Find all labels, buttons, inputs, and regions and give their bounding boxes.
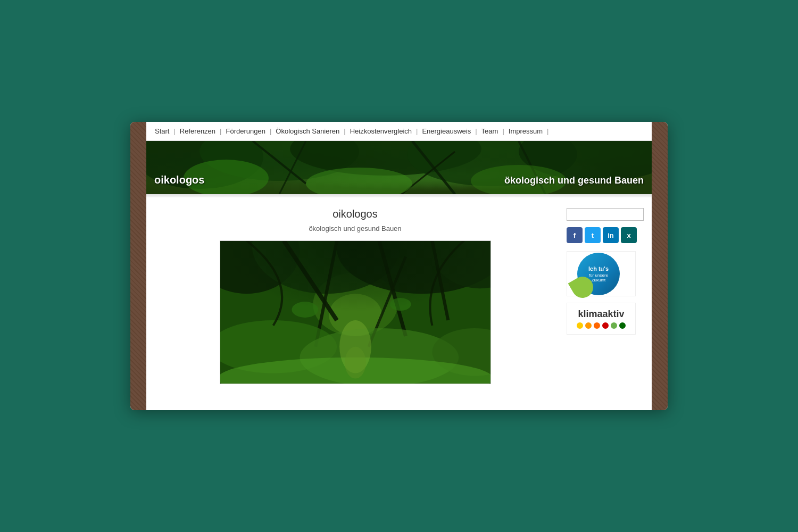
klimaaktiv-dot-5: [611, 322, 617, 329]
klimaaktiv-dots: [571, 322, 631, 329]
xing-button[interactable]: x: [621, 227, 637, 243]
side-left: [130, 122, 146, 410]
svg-point-17: [252, 241, 400, 294]
nav-item-referenzen[interactable]: Referenzen: [177, 126, 219, 136]
nav-item-team[interactable]: Team: [478, 126, 502, 136]
ichts-badge: Ich tu's für unsere Zukunft: [567, 251, 636, 296]
klimaaktiv-label: klima: [578, 309, 602, 319]
svg-point-19: [432, 241, 491, 288]
nav-item-start[interactable]: Start: [152, 126, 172, 136]
linkedin-button[interactable]: in: [603, 227, 619, 243]
klimaaktiv-badge: klimaaktiv: [567, 303, 636, 335]
main-layout: oikologos ökologisch und gesund Bauen: [146, 197, 652, 410]
hero-tagline: ökologisch und gesund Bauen: [504, 175, 644, 186]
klimaaktiv-bold: aktiv: [603, 309, 625, 319]
ichts-text-line3: Zukunft: [592, 278, 606, 282]
hero-brand: oikologos: [154, 174, 204, 186]
social-icons: f t in x: [567, 227, 644, 243]
search-input[interactable]: [567, 208, 644, 221]
navigation: Start | Referenzen | Förderungen | Ökolo…: [146, 122, 652, 141]
svg-line-20: [284, 241, 337, 320]
nav-sep-6: |: [501, 127, 505, 135]
facebook-button[interactable]: f: [567, 227, 583, 243]
nav-sep-0: |: [172, 127, 176, 135]
nav-item-foerderungen[interactable]: Förderungen: [222, 126, 268, 136]
svg-point-16: [220, 241, 300, 294]
browser-window: Start | Referenzen | Förderungen | Ökolo…: [130, 122, 668, 410]
nav-item-impressum[interactable]: Impressum: [505, 126, 546, 136]
ichts-text-line1: Ich tu's: [588, 265, 609, 272]
nav-sep-5: |: [474, 127, 478, 135]
svg-point-30: [345, 347, 366, 379]
svg-point-31: [292, 302, 318, 318]
content-area: Start | Referenzen | Förderungen | Ökolo…: [146, 122, 652, 410]
nav-item-oekologisch[interactable]: Ökologisch Sanieren: [272, 126, 343, 136]
klimaaktiv-dot-2: [585, 322, 592, 329]
main-forest-image: [220, 240, 491, 384]
svg-point-18: [337, 241, 491, 294]
side-right: [652, 122, 668, 410]
nav-sep-2: |: [269, 127, 272, 135]
hero-forest-svg: [146, 141, 652, 194]
svg-line-24: [432, 241, 448, 320]
main-content: oikologos ökologisch und gesund Bauen: [154, 208, 556, 400]
klimaaktiv-dot-4: [602, 322, 609, 329]
klimaaktiv-text: klimaaktiv: [571, 309, 631, 320]
nav-item-heizkosten[interactable]: Heizkostenvergleich: [347, 126, 415, 136]
svg-point-32: [389, 298, 411, 311]
nav-sep-3: |: [343, 127, 346, 135]
klimaaktiv-dot-6: [619, 322, 626, 329]
sidebar: f t in x Ich tu's für unsere Zukunft: [567, 208, 644, 400]
klimaaktiv-dot-3: [594, 322, 600, 329]
nav-sep-1: |: [219, 127, 222, 135]
ichts-text-line2: für unsere: [589, 273, 608, 278]
hero-banner: oikologos ökologisch und gesund Bauen: [146, 141, 652, 194]
nav-sep-7: |: [546, 127, 550, 135]
page-subtitle: ökologisch und gesund Bauen: [154, 225, 556, 232]
hero-forest-bg: oikologos ökologisch und gesund Bauen: [146, 141, 652, 194]
twitter-button[interactable]: t: [585, 227, 601, 243]
nav-item-energieausweis[interactable]: Energieausweis: [419, 126, 474, 136]
main-forest-svg: [220, 241, 491, 384]
page-title: oikologos: [154, 208, 556, 220]
klimaaktiv-dot-1: [577, 322, 583, 329]
nav-sep-4: |: [415, 127, 419, 135]
